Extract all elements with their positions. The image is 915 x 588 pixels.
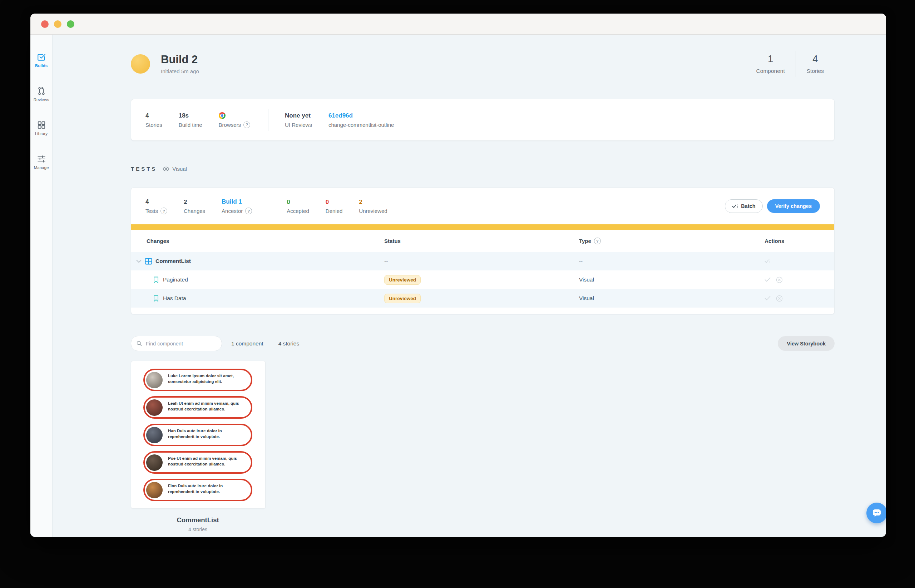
deny-icon[interactable] <box>776 295 783 302</box>
status-badge: Unreviewed <box>384 294 421 303</box>
close-window-button[interactable] <box>41 20 49 28</box>
verify-changes-button[interactable]: Verify changes <box>767 199 820 213</box>
comment-text: Luke Lorem ipsum dolor sit amet, consect… <box>168 370 246 390</box>
sidebar-item-manage[interactable]: Manage <box>31 154 52 170</box>
help-icon[interactable]: ? <box>243 121 250 128</box>
component-count-stat: 1 Component <box>746 53 796 74</box>
avatar <box>146 482 163 498</box>
table-row-paginated[interactable]: Paginated Unreviewed Visual <box>131 270 834 289</box>
row-status: -- <box>384 258 579 264</box>
component-count-text: 1 component <box>231 341 263 347</box>
avatar <box>146 427 163 443</box>
build-time-value: 18s <box>179 112 202 120</box>
table-row-commentlist[interactable]: CommentList -- -- <box>131 252 834 270</box>
build-avatar <box>131 54 150 74</box>
column-header-changes: Changes <box>131 238 384 244</box>
chrome-icon <box>219 112 225 119</box>
window-titlebar <box>31 14 886 35</box>
chat-bubble-icon <box>872 508 882 518</box>
column-header-type: Type <box>579 238 591 244</box>
commentlist-preview-card[interactable]: Luke Lorem ipsum dolor sit amet, consect… <box>131 361 266 509</box>
sidebar-item-label: Builds <box>35 64 47 68</box>
comment-list: Luke Lorem ipsum dolor sit amet, consect… <box>131 369 265 501</box>
bookmark-icon <box>153 276 159 283</box>
view-storybook-button[interactable]: View Storybook <box>778 336 835 351</box>
unreviewed-value: 2 <box>359 198 387 206</box>
sidebar-item-builds[interactable]: Builds <box>31 53 52 68</box>
search-input[interactable] <box>145 341 219 347</box>
ui-reviews-stat: None yet UI Reviews <box>285 112 312 128</box>
manage-icon <box>37 154 46 164</box>
divider <box>270 195 270 217</box>
chat-fab-button[interactable] <box>866 502 886 523</box>
unreviewed-stat: 2 Unreviewed <box>359 198 387 214</box>
branch-label: change-commentlist-outline <box>329 122 394 128</box>
ui-reviews-value: None yet <box>285 112 312 120</box>
minimize-window-button[interactable] <box>54 20 62 28</box>
bookmark-icon <box>153 295 159 302</box>
find-component-search[interactable] <box>131 336 222 351</box>
accepted-value: 0 <box>287 198 309 206</box>
sidebar-item-library[interactable]: Library <box>31 120 52 136</box>
help-icon[interactable]: ? <box>245 208 252 214</box>
reviews-icon <box>37 86 46 96</box>
stories-value: 4 <box>146 112 162 120</box>
ancestor-link[interactable]: Build 1 <box>222 198 252 205</box>
denied-stat: 0 Denied <box>326 198 343 214</box>
component-name: CommentList <box>155 258 191 264</box>
build-summary-card: 4 Stories 18s Build time Browsers ? None <box>131 99 835 141</box>
row-type: -- <box>579 258 764 264</box>
comment-item: Luke Lorem ipsum dolor sit amet, consect… <box>143 369 252 391</box>
batch-button[interactable]: Batch <box>725 199 763 213</box>
batch-button-label: Batch <box>741 203 755 209</box>
tests-section-header: TESTS Visual <box>131 166 835 172</box>
tests-count-label: Tests <box>146 208 158 214</box>
component-grid-icon <box>145 258 152 265</box>
table-row-has-data[interactable]: Has Data Unreviewed Visual <box>131 289 834 308</box>
accept-icon[interactable] <box>764 277 771 282</box>
stories-count-text: 4 stories <box>279 341 300 347</box>
changes-count-label: Changes <box>184 208 205 214</box>
divider <box>268 109 269 131</box>
eye-icon <box>163 166 169 171</box>
tests-count-value: 4 <box>146 198 167 205</box>
component-story-count: 4 stories <box>131 527 265 532</box>
commit-link[interactable]: 61ed96d <box>329 112 394 120</box>
story-name: Has Data <box>163 295 186 302</box>
comment-text: Poe Ut enim ad minim veniam, quis nostru… <box>168 452 246 472</box>
deny-icon[interactable] <box>776 276 783 283</box>
story-card-caption: CommentList 4 stories <box>131 516 265 532</box>
batch-icon <box>732 204 738 209</box>
accepted-label: Accepted <box>287 208 309 214</box>
verify-changes-label: Verify changes <box>775 203 812 209</box>
tests-mode: Visual <box>163 166 187 172</box>
build-time-stat: 18s Build time <box>179 112 202 128</box>
commit-stat: 61ed96d change-commentlist-outline <box>329 112 394 128</box>
build-progress-bar <box>131 225 834 230</box>
tests-section-label: TESTS <box>131 166 157 172</box>
page-title: Build 2 <box>161 53 199 66</box>
comment-item: Han Duis aute irure dolor in reprehender… <box>143 424 252 446</box>
component-title: CommentList <box>131 516 265 524</box>
storybook-toolbar: 1 component 4 stories View Storybook <box>131 336 835 351</box>
comment-text: Leah Ut enim ad minim veniam, quis nostr… <box>168 397 246 417</box>
help-icon[interactable]: ? <box>160 208 167 214</box>
avatar <box>146 454 163 471</box>
unreviewed-label: Unreviewed <box>359 208 387 214</box>
tests-summary-row: 4 Tests ? 2 Changes Build 1 Ancestor <box>131 188 834 225</box>
comment-item: Finn Duis aute irure dolor in reprehende… <box>143 479 252 501</box>
accept-icon[interactable] <box>764 296 771 301</box>
ancestor-label: Ancestor <box>222 208 243 214</box>
sidebar-item-reviews[interactable]: Reviews <box>31 86 52 102</box>
batch-accept-icon[interactable] <box>764 258 771 264</box>
tests-mode-label: Visual <box>172 166 187 172</box>
zoom-window-button[interactable] <box>67 20 74 28</box>
changes-table-header: Changes Status Type ? Actions <box>131 230 834 252</box>
builds-icon <box>37 53 46 62</box>
chevron-down-icon[interactable] <box>136 260 141 263</box>
row-type: Visual <box>579 295 764 302</box>
column-header-status: Status <box>384 238 579 244</box>
help-icon[interactable]: ? <box>594 237 601 244</box>
build-subtitle: Initiated 5m ago <box>161 68 199 74</box>
view-storybook-label: View Storybook <box>787 341 826 347</box>
